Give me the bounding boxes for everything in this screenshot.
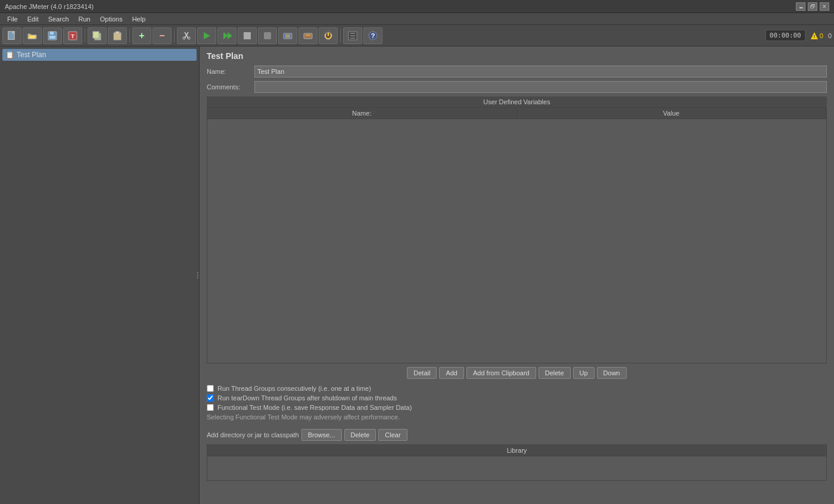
save-template-button[interactable]: T bbox=[63, 27, 82, 44]
name-column-header: Name: bbox=[207, 108, 517, 119]
separator-2 bbox=[129, 29, 130, 43]
delete-classpath-button[interactable]: Delete bbox=[344, 429, 376, 441]
shutdown-button[interactable] bbox=[258, 27, 277, 44]
start-button[interactable] bbox=[197, 27, 216, 44]
main-layout: 📋 Test Plan Test Plan Name: Comments: bbox=[0, 46, 834, 504]
svg-text:−: − bbox=[159, 30, 164, 41]
remote-stop-button[interactable] bbox=[298, 27, 318, 44]
separator-3 bbox=[174, 29, 175, 43]
clear-button[interactable]: Clear bbox=[378, 429, 407, 441]
table-header: Name: Value bbox=[207, 108, 826, 119]
up-button[interactable]: Up bbox=[573, 367, 595, 379]
resize-handle[interactable] bbox=[196, 46, 199, 504]
user-defined-variables-title: User Defined Variables bbox=[207, 97, 827, 107]
library-body bbox=[207, 456, 826, 480]
svg-rect-18 bbox=[264, 32, 271, 39]
results-tree-button[interactable] bbox=[343, 27, 362, 44]
title-bar: Apache JMeter (4.0 r1823414) 🗕 🗗 ✕ bbox=[0, 0, 834, 13]
error-count: 0 bbox=[828, 32, 832, 39]
classpath-label: Add directory or jar to classpath bbox=[207, 431, 299, 438]
svg-marker-16 bbox=[228, 32, 232, 39]
title-bar-controls: 🗕 🗗 ✕ bbox=[796, 2, 829, 11]
remote-start-button[interactable] bbox=[278, 27, 297, 44]
separator-1 bbox=[85, 29, 85, 43]
test-plan-icon: 📋 bbox=[5, 50, 14, 60]
tree-item-test-plan[interactable]: 📋 Test Plan bbox=[2, 49, 197, 61]
menu-run[interactable]: Run bbox=[74, 14, 95, 24]
tree-item-label: Test Plan bbox=[17, 51, 46, 59]
svg-marker-15 bbox=[223, 32, 228, 39]
table-body bbox=[207, 119, 826, 357]
paste-button[interactable] bbox=[108, 27, 127, 44]
svg-text:+: + bbox=[139, 30, 144, 41]
add-component-button[interactable]: + bbox=[132, 27, 151, 44]
svg-rect-3 bbox=[49, 36, 55, 39]
detail-button[interactable]: Detail bbox=[407, 367, 437, 379]
checkboxes-section: Run Thread Groups consecutively (i.e. on… bbox=[207, 382, 827, 425]
resize-dot-3 bbox=[197, 277, 198, 278]
open-button[interactable] bbox=[23, 27, 42, 44]
svg-rect-2 bbox=[50, 32, 54, 35]
new-button[interactable] bbox=[2, 27, 21, 44]
svg-text:?: ? bbox=[371, 32, 375, 39]
svg-text:!: ! bbox=[813, 34, 815, 39]
separator-4 bbox=[340, 29, 341, 43]
svg-rect-17 bbox=[244, 32, 251, 39]
menu-bar: File Edit Search Run Options Help bbox=[0, 13, 834, 25]
functional-test-checkbox[interactable] bbox=[207, 404, 214, 411]
name-label: Name: bbox=[207, 68, 254, 75]
cut-button[interactable] bbox=[177, 27, 196, 44]
run-thread-groups-row: Run Thread Groups consecutively (i.e. on… bbox=[207, 385, 827, 392]
maximize-button[interactable]: 🗗 bbox=[808, 2, 817, 11]
toolbar-timer-section: 00:00:00 ! 0 0 bbox=[765, 30, 832, 41]
help-button[interactable]: ? bbox=[363, 27, 382, 44]
run-thread-groups-label: Run Thread Groups consecutively (i.e. on… bbox=[217, 385, 371, 392]
minimize-button[interactable]: 🗕 bbox=[796, 2, 805, 11]
delete-variable-button[interactable]: Delete bbox=[539, 367, 571, 379]
toolbar: T + − bbox=[0, 25, 834, 46]
timer-display: 00:00:00 bbox=[765, 30, 805, 41]
menu-edit[interactable]: Edit bbox=[23, 14, 43, 24]
svg-rect-22 bbox=[304, 33, 312, 39]
resize-dots bbox=[197, 272, 198, 278]
svg-marker-14 bbox=[204, 32, 210, 39]
run-teardown-label: Run tearDown Thread Groups after shutdow… bbox=[217, 394, 397, 402]
name-input[interactable] bbox=[254, 66, 827, 77]
info-text: Selecting Functional Test Mode may adver… bbox=[207, 413, 827, 421]
svg-rect-7 bbox=[93, 32, 99, 38]
test-plan-panel: Test Plan Name: Comments: User Defined V… bbox=[200, 46, 834, 486]
functional-test-row: Functional Test Mode (i.e. save Response… bbox=[207, 404, 827, 411]
add-button[interactable]: Add bbox=[439, 367, 464, 379]
warning-badge: ! 0 bbox=[810, 32, 823, 40]
remove-button[interactable]: − bbox=[153, 27, 172, 44]
run-thread-groups-checkbox[interactable] bbox=[207, 385, 214, 392]
comments-row: Comments: bbox=[207, 81, 827, 93]
menu-options[interactable]: Options bbox=[95, 14, 127, 24]
comments-input[interactable] bbox=[254, 81, 827, 93]
save-button[interactable] bbox=[43, 27, 62, 44]
run-teardown-row: Run tearDown Thread Groups after shutdow… bbox=[207, 394, 827, 402]
action-buttons-row: Detail Add Add from Clipboard Delete Up … bbox=[207, 363, 827, 382]
remote-shutdown-button[interactable] bbox=[319, 27, 338, 44]
warning-count: 0 bbox=[820, 32, 823, 39]
panel-title: Test Plan bbox=[207, 51, 827, 61]
browse-button[interactable]: Browse... bbox=[301, 429, 342, 441]
menu-file[interactable]: File bbox=[2, 14, 23, 24]
comments-label: Comments: bbox=[207, 83, 254, 91]
add-from-clipboard-button[interactable]: Add from Clipboard bbox=[466, 367, 536, 379]
stop-button[interactable] bbox=[238, 27, 257, 44]
classpath-row: Add directory or jar to classpath Browse… bbox=[207, 429, 827, 441]
resize-dot-2 bbox=[197, 275, 198, 276]
menu-help[interactable]: Help bbox=[127, 14, 151, 24]
run-teardown-checkbox[interactable] bbox=[207, 394, 214, 402]
library-table: Library bbox=[207, 444, 827, 481]
copy-button[interactable] bbox=[88, 27, 107, 44]
svg-rect-9 bbox=[116, 32, 119, 34]
down-button[interactable]: Down bbox=[597, 367, 627, 379]
content-area: Test Plan Name: Comments: User Defined V… bbox=[200, 46, 834, 504]
title-bar-text: Apache JMeter (4.0 r1823414) bbox=[5, 3, 796, 10]
library-header: Library bbox=[207, 445, 826, 456]
menu-search[interactable]: Search bbox=[43, 14, 74, 24]
start-no-pauses-button[interactable] bbox=[217, 27, 236, 44]
close-button[interactable]: ✕ bbox=[820, 2, 829, 11]
